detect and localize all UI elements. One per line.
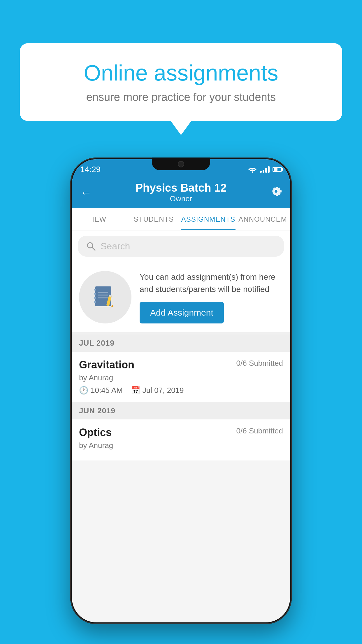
search-placeholder: Search [101,241,130,252]
info-card: You can add assignment(s) from here and … [72,262,290,335]
phone-frame: 14:29 [70,158,292,624]
status-time: 14:29 [80,165,101,174]
svg-rect-8 [98,292,108,293]
svg-rect-7 [94,301,96,303]
clock-icon: 🕐 [79,386,88,395]
front-camera [178,161,184,167]
tab-announcements[interactable]: ANNOUNCEM [236,208,290,230]
back-button[interactable]: ← [80,186,92,199]
svg-rect-10 [98,298,108,298]
svg-rect-5 [94,293,96,295]
app-header: ← Physics Batch 12 Owner [72,177,290,208]
assignment-name-optics: Optics [79,426,112,439]
svg-rect-4 [94,289,96,290]
settings-icon[interactable] [270,186,282,200]
info-right: You can add assignment(s) from here and … [140,271,283,323]
assignment-submitted: 0/6 Submitted [236,359,283,368]
header-subtitle: Owner [92,194,270,203]
info-description: You can add assignment(s) from here and … [140,271,283,295]
assignment-meta: 🕐 10:45 AM 📅 Jul 07, 2019 [79,386,283,395]
assignment-name: Gravitation [79,359,134,371]
promo-area: Online assignments ensure more practice … [20,43,342,121]
svg-line-2 [92,247,95,250]
section-header-jun: JUN 2019 [72,402,290,419]
status-icons [248,166,282,173]
tab-students[interactable]: STUDENTS [126,208,181,230]
header-title: Physics Batch 12 [92,182,270,194]
assignment-date: Jul 07, 2019 [143,386,184,395]
assignment-item-optics[interactable]: Optics 0/6 Submitted by Anurag [72,419,290,461]
phone-screen: 14:29 [72,159,290,622]
add-assignment-button[interactable]: Add Assignment [140,302,224,323]
section-header-jul: JUL 2019 [72,335,290,352]
meta-date: 📅 Jul 07, 2019 [131,386,184,395]
assignment-item-gravitation[interactable]: Gravitation 0/6 Submitted by Anurag 🕐 10… [72,352,290,402]
tab-assignments[interactable]: ASSIGNMENTS [181,208,236,230]
search-icon [86,241,96,251]
calendar-icon: 📅 [131,386,140,395]
tab-iew[interactable]: IEW [72,208,126,230]
header-center: Physics Batch 12 Owner [92,182,270,203]
signal-icon [260,166,270,173]
wifi-icon [248,166,257,173]
assignment-by-optics: by Anurag [79,441,283,450]
meta-time: 🕐 10:45 AM [79,386,123,395]
notebook-icon [92,284,118,310]
assignment-top-optics: Optics 0/6 Submitted [79,426,283,439]
assignment-submitted-optics: 0/6 Submitted [236,426,283,435]
svg-point-0 [252,172,253,173]
assignment-top: Gravitation 0/6 Submitted [79,359,283,371]
assignment-by: by Anurag [79,373,283,382]
battery-icon [273,167,282,172]
search-bar[interactable]: Search [78,236,284,257]
svg-rect-9 [98,295,108,295]
phone-notch [152,158,210,170]
assignment-time: 10:45 AM [91,386,123,395]
speech-bubble: Online assignments ensure more practice … [20,43,342,121]
promo-title: Online assignments [40,61,322,85]
notebook-circle [79,271,131,323]
phone-wrapper: 14:29 [70,158,292,624]
promo-subtitle: ensure more practice for your students [40,91,322,104]
svg-rect-6 [94,297,96,299]
tabs-bar: IEW STUDENTS ASSIGNMENTS ANNOUNCEM [72,208,290,230]
search-container: Search [72,230,290,262]
